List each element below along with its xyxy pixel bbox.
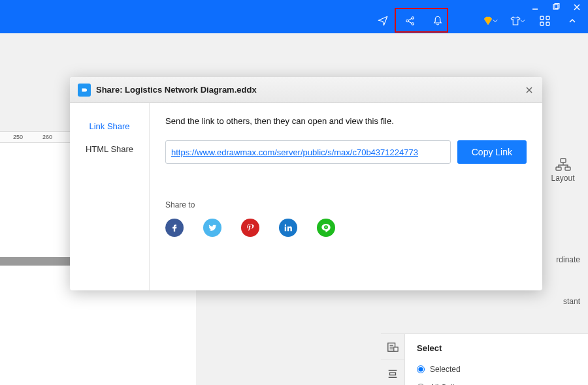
ruler-mark: 260: [42, 134, 52, 140]
twitter-icon[interactable]: [203, 219, 221, 237]
svg-point-24: [324, 225, 328, 229]
share-icon[interactable]: [400, 11, 421, 31]
diamond-icon[interactable]: [480, 11, 500, 31]
modal-main: Send the link to others, then they can o…: [150, 103, 542, 290]
facebook-icon[interactable]: [165, 219, 184, 237]
canvas-shape[interactable]: [0, 257, 72, 266]
radio-selected[interactable]: Selected: [417, 365, 576, 374]
side-btn-align[interactable]: [381, 360, 404, 385]
partial-label-ordinate: rdinate: [556, 255, 580, 264]
modal-body: Link Share HTML Share Send the link to o…: [70, 103, 542, 290]
titlebar-actions: [372, 11, 583, 31]
svg-rect-6: [540, 16, 544, 20]
tab-html-share[interactable]: HTML Share: [70, 138, 149, 161]
app-logo-icon: [78, 84, 91, 97]
social-row: [165, 219, 527, 237]
select-panel-title: Select: [417, 343, 576, 353]
svg-rect-14: [394, 347, 398, 351]
apps-icon[interactable]: [534, 11, 555, 31]
svg-rect-9: [546, 22, 549, 25]
layout-label: Layout: [551, 174, 574, 183]
link-row: Copy Link: [165, 140, 527, 164]
line-icon[interactable]: [317, 219, 335, 237]
share-description: Send the link to others, then they can o…: [165, 116, 527, 126]
maximize-button[interactable]: [551, 3, 561, 12]
minimize-button[interactable]: [531, 3, 540, 12]
svg-point-23: [285, 224, 286, 226]
titlebar: [0, 0, 588, 33]
svg-point-5: [412, 23, 414, 25]
bell-icon[interactable]: [427, 11, 448, 31]
partial-label-stant: stant: [563, 297, 580, 306]
svg-rect-7: [546, 16, 549, 20]
svg-point-3: [406, 20, 408, 22]
close-icon[interactable]: [523, 84, 536, 97]
side-toolbar: [381, 333, 404, 385]
modal-sidebar: Link Share HTML Share: [70, 103, 150, 290]
ruler-mark: 250: [13, 134, 23, 140]
share-to-label: Share to: [165, 200, 527, 209]
share-link-input[interactable]: [165, 140, 451, 164]
svg-point-4: [412, 17, 414, 19]
select-panel: Select Selected All Colleagues Entire Ch…: [404, 333, 588, 385]
right-panel-layout: Layout: [538, 151, 588, 190]
layout-icon[interactable]: [555, 158, 571, 171]
svg-rect-8: [540, 22, 544, 25]
chevron-up-icon[interactable]: [562, 11, 583, 31]
radio-label: Selected: [430, 365, 461, 374]
pinterest-icon[interactable]: [241, 219, 259, 237]
svg-rect-22: [285, 226, 286, 231]
svg-rect-10: [561, 159, 566, 162]
shirt-icon[interactable]: [507, 11, 528, 31]
copy-link-button[interactable]: Copy Link: [457, 140, 527, 164]
tab-link-share[interactable]: Link Share: [70, 115, 149, 138]
radio-input[interactable]: [417, 365, 425, 373]
side-btn-data[interactable]: [381, 333, 404, 360]
close-button[interactable]: [572, 3, 581, 12]
window-controls: [531, 3, 581, 12]
share-modal: Share: Logistics Network Diagram.eddx Li…: [70, 77, 542, 290]
send-icon[interactable]: [372, 11, 393, 31]
modal-title: Share: Logistics Network Diagram.eddx: [96, 85, 257, 95]
linkedin-icon[interactable]: [279, 219, 297, 237]
svg-rect-16: [390, 373, 396, 375]
modal-header: Share: Logistics Network Diagram.eddx: [70, 77, 542, 103]
